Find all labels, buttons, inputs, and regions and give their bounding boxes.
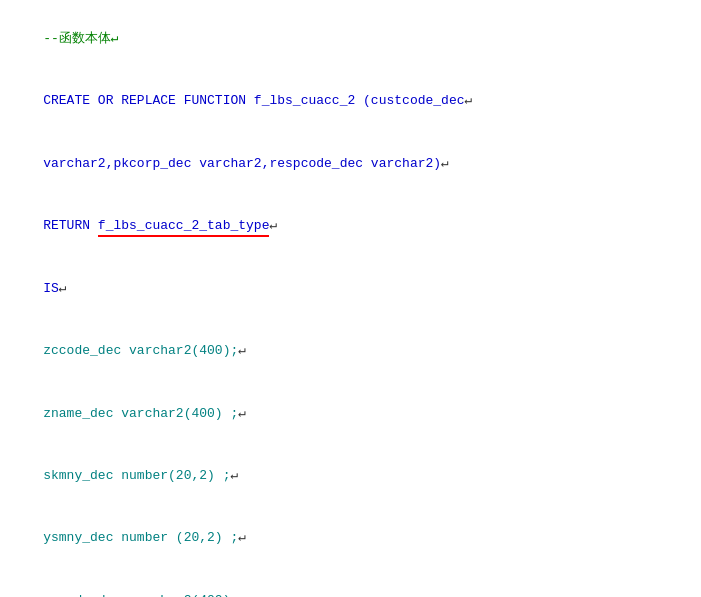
code-line-6: zname_dec varchar2(400) ;↵ <box>12 383 689 445</box>
code-line-3: RETURN f_lbs_cuacc_2_tab_type↵ <box>12 195 689 258</box>
code-line-4: IS↵ <box>12 258 689 320</box>
code-container: --函数本体↵ CREATE OR REPLACE FUNCTION f_lbs… <box>0 0 701 597</box>
code-line-5: zccode_dec varchar2(400);↵ <box>12 320 689 382</box>
comment-line: --函数本体↵ <box>12 8 689 70</box>
code-line-1: CREATE OR REPLACE FUNCTION f_lbs_cuacc_2… <box>12 70 689 132</box>
code-line-7: skmny_dec number(20,2) ;↵ <box>12 445 689 507</box>
code-line-8: ysmny_dec number (20,2) ;↵ <box>12 508 689 570</box>
code-line-2: varchar2,pkcorp_dec varchar2,respcode_de… <box>12 133 689 195</box>
code-line-9: pccode_dec varchar2(400) ;↵ <box>12 570 689 597</box>
